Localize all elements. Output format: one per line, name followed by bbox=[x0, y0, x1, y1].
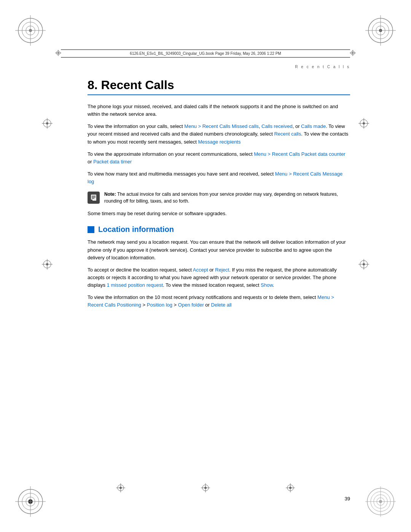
p3-packet-counter-link: Packet data counter bbox=[301, 151, 346, 157]
note-box: Note: The actual invoice for calls and s… bbox=[88, 191, 350, 204]
note-bold-label: Note: bbox=[104, 192, 117, 197]
crosshair-right-1 bbox=[358, 118, 369, 130]
s2-missed-position-link: 1 missed position request bbox=[107, 282, 163, 288]
s3-positioning-link: Positioning bbox=[117, 302, 141, 308]
p3-start: To view the approximate information on y… bbox=[88, 151, 254, 157]
paragraph-3: To view the approximate information on y… bbox=[88, 150, 350, 166]
s2-start: To accept or decline the location reques… bbox=[88, 267, 193, 273]
topbar-crosshair-right bbox=[350, 50, 356, 58]
p2-recent-calls-link: Recent calls bbox=[274, 131, 301, 137]
p2-sep1: , bbox=[259, 123, 261, 129]
paragraph-2: To view the information on your calls, s… bbox=[88, 123, 350, 145]
p2-start: To view the information on your calls, s… bbox=[88, 123, 184, 129]
page-number: 39 bbox=[345, 496, 350, 502]
paragraph-5: Some timers may be reset during service … bbox=[88, 210, 350, 217]
p2-message-recipients-link: Message recipients bbox=[198, 139, 241, 145]
crosshair-right-2 bbox=[358, 259, 369, 271]
s1-text: The network may send you a location requ… bbox=[88, 239, 346, 260]
p4-start: To view how many text and multimedia mes… bbox=[88, 171, 275, 177]
corner-decoration-bl bbox=[15, 486, 46, 517]
section-heading-text: Location information bbox=[98, 225, 174, 234]
section-paragraph-1: The network may send you a location requ… bbox=[88, 238, 350, 261]
s3-delete-all-link: Delete all bbox=[211, 302, 232, 308]
top-bar: 6126.EN_ESv1_BIL_9249003_Cingular_UG.boo… bbox=[61, 50, 350, 58]
p2-missed-calls-link: Missed calls bbox=[232, 123, 259, 129]
s2-period: . bbox=[273, 282, 274, 288]
p3-menu-link: Menu > Recent Calls bbox=[254, 151, 300, 157]
s3-position-log-link: Position log bbox=[147, 302, 172, 308]
page: 6126.EN_ESv1_BIL_9249003_Cingular_UG.boo… bbox=[0, 0, 411, 532]
chapter-title-text: Recent Calls bbox=[101, 78, 174, 92]
section-paragraph-2: To accept or decline the location reques… bbox=[88, 266, 350, 289]
corner-decoration-tl bbox=[15, 15, 46, 46]
s2-end: . To view the missed location request, s… bbox=[163, 282, 261, 288]
crosshair-left-2 bbox=[42, 259, 53, 271]
chapter-title: 8. Recent Calls bbox=[88, 78, 350, 95]
s2-sep1: or bbox=[208, 267, 215, 273]
section-heading-square-icon bbox=[88, 226, 94, 233]
p2-sep2: , or bbox=[293, 123, 301, 129]
p5-text: Some timers may be reset during service … bbox=[88, 211, 227, 216]
svg-rect-62 bbox=[92, 196, 96, 197]
p2-menu-link: Menu > Recent Calls bbox=[184, 123, 230, 129]
svg-rect-63 bbox=[92, 197, 96, 198]
header-section: R e c e n t C a l l s bbox=[61, 65, 350, 72]
section-paragraph-3: To view the information on the 10 most r… bbox=[88, 294, 350, 309]
s3-arrow1: > bbox=[141, 302, 147, 308]
p3-sep: or bbox=[88, 159, 93, 165]
s3-open-folder-link: Open folder bbox=[178, 302, 204, 308]
crosshair-left-1 bbox=[42, 118, 53, 130]
svg-rect-64 bbox=[92, 198, 94, 199]
svg-rect-65 bbox=[91, 200, 92, 201]
note-icon bbox=[88, 192, 100, 204]
p2-calls-made-link: Calls made bbox=[301, 123, 326, 129]
corner-decoration-tr bbox=[365, 15, 396, 46]
paragraph-1: The phone logs your missed, received, an… bbox=[88, 103, 350, 118]
p1-text: The phone logs your missed, received, an… bbox=[88, 104, 338, 117]
p4-menu-link: Menu > Recent Calls bbox=[275, 171, 321, 177]
chapter-number: 8. bbox=[88, 78, 98, 92]
p2-calls-received-link: Calls received bbox=[261, 123, 293, 129]
section-header-label: R e c e n t C a l l s bbox=[61, 65, 350, 69]
p3-packet-timer-link: Packet data timer bbox=[93, 159, 132, 165]
section-heading-location: Location information bbox=[88, 225, 350, 234]
s2-reject-link: Reject bbox=[215, 267, 229, 273]
paragraph-4: To view how many text and multimedia mes… bbox=[88, 170, 350, 185]
corner-decoration-br bbox=[365, 486, 396, 517]
note-text-content: Note: The actual invoice for calls and s… bbox=[104, 191, 350, 204]
topbar-crosshair-left bbox=[55, 50, 61, 58]
top-bar-text: 6126.EN_ESv1_BIL_9249003_Cingular_UG.boo… bbox=[61, 51, 350, 56]
note-body: The actual invoice for calls and service… bbox=[104, 192, 338, 204]
s2-show-link: Show bbox=[261, 282, 273, 288]
main-content: 8. Recent Calls The phone logs your miss… bbox=[88, 78, 350, 486]
s3-arrow2: > bbox=[172, 302, 178, 308]
s3-start: To view the information on the 10 most r… bbox=[88, 294, 317, 300]
s3-sep: or bbox=[204, 302, 211, 308]
s2-accept-link: Accept bbox=[193, 267, 208, 273]
